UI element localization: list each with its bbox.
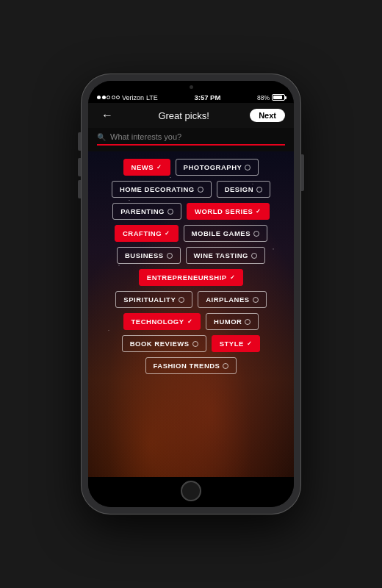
tag-check-icon: ✓ bbox=[247, 340, 253, 347]
tag-item[interactable]: PARENTING bbox=[112, 203, 181, 220]
tag-row: CRAFTING✓MOBILE GAMES bbox=[115, 225, 267, 242]
tag-row: TECHNOLOGY✓HUMOR bbox=[123, 313, 259, 330]
camera-dot bbox=[190, 85, 193, 89]
tag-item[interactable]: BOOK REVIEWS bbox=[122, 335, 206, 352]
status-time: 3:57 PM bbox=[194, 93, 220, 101]
tag-label: CRAFTING bbox=[123, 229, 162, 237]
tag-circle-icon bbox=[198, 187, 203, 193]
search-bar[interactable]: 🔍 What interests you? bbox=[97, 132, 285, 146]
tag-circle-icon bbox=[256, 187, 262, 193]
tag-label: HOME DECORATING bbox=[120, 185, 195, 193]
tag-item[interactable]: PHOTOGRAPHY bbox=[176, 159, 259, 176]
tag-item[interactable]: WORLD SERIES✓ bbox=[187, 203, 270, 220]
tag-label: WINE TASTING bbox=[194, 251, 248, 259]
carrier-label: Verizon bbox=[122, 94, 144, 101]
tag-circle-icon bbox=[253, 231, 259, 237]
tag-row: FASHION TRENDS bbox=[145, 357, 237, 374]
tag-label: BUSINESS bbox=[125, 251, 164, 259]
tag-item[interactable]: HOME DECORATING bbox=[112, 181, 212, 198]
nav-title: Great picks! bbox=[158, 110, 209, 121]
tag-label: SPIRITUALITY bbox=[123, 295, 176, 304]
signal-dot-1 bbox=[97, 96, 101, 99]
tag-item[interactable]: NEWS✓ bbox=[123, 159, 170, 176]
tag-circle-icon bbox=[179, 297, 184, 303]
tag-row: SPIRITUALITYAIRPLANES bbox=[115, 291, 266, 308]
tag-item[interactable]: FASHION TRENDS bbox=[145, 357, 237, 374]
signal-dot-5 bbox=[116, 96, 120, 99]
tag-label: DESIGN bbox=[225, 185, 253, 193]
tag-check-icon: ✓ bbox=[165, 230, 170, 237]
camera-area bbox=[88, 81, 294, 90]
signal-dots bbox=[97, 96, 120, 99]
search-placeholder[interactable]: What interests you? bbox=[110, 132, 285, 141]
tag-row: PARENTINGWORLD SERIES✓ bbox=[112, 203, 270, 220]
next-button[interactable]: Next bbox=[250, 109, 285, 122]
tag-item[interactable]: HUMOR bbox=[206, 313, 259, 330]
tag-item[interactable]: DESIGN bbox=[217, 181, 270, 198]
tag-item[interactable]: ENTREPRENEURSHIP✓ bbox=[139, 269, 243, 286]
nav-bar: ← Great picks! Next bbox=[88, 103, 294, 128]
status-bar: Verizon LTE 3:57 PM 88% bbox=[88, 90, 294, 103]
tag-label: NEWS bbox=[131, 163, 154, 171]
battery-percent: 88% bbox=[257, 94, 270, 101]
tag-item[interactable]: WINE TASTING bbox=[186, 247, 265, 264]
content-area: NEWS✓PHOTOGRAPHYHOME DECORATINGDESIGNPAR… bbox=[88, 151, 294, 477]
tag-label: HUMOR bbox=[214, 318, 242, 326]
tag-item[interactable]: CRAFTING✓ bbox=[115, 225, 179, 242]
home-button[interactable] bbox=[181, 481, 201, 501]
tag-item[interactable]: MOBILE GAMES bbox=[184, 225, 267, 242]
tag-circle-icon bbox=[253, 297, 259, 303]
tag-check-icon: ✓ bbox=[187, 318, 193, 325]
status-left: Verizon LTE bbox=[97, 94, 158, 101]
tag-label: FASHION TRENDS bbox=[154, 362, 220, 370]
search-icon: 🔍 bbox=[97, 133, 106, 141]
tag-circle-icon bbox=[245, 319, 251, 325]
signal-dot-4 bbox=[112, 96, 115, 99]
tag-row: HOME DECORATINGDESIGN bbox=[112, 181, 270, 198]
tag-label: ENTREPRENEURSHIP bbox=[147, 273, 227, 282]
tags-container: NEWS✓PHOTOGRAPHYHOME DECORATINGDESIGNPAR… bbox=[88, 151, 294, 381]
tag-item[interactable]: STYLE✓ bbox=[212, 335, 261, 352]
tag-circle-icon bbox=[167, 253, 173, 259]
tag-check-icon: ✓ bbox=[256, 208, 262, 215]
tag-label: PARENTING bbox=[120, 207, 165, 215]
tag-circle-icon bbox=[245, 165, 251, 171]
back-button[interactable]: ← bbox=[97, 107, 118, 123]
phone-frame: Verizon LTE 3:57 PM 88% ← Great picks! N… bbox=[81, 74, 301, 514]
tag-row: BUSINESSWINE TASTING bbox=[117, 247, 265, 264]
tag-label: MOBILE GAMES bbox=[192, 229, 251, 237]
tag-circle-icon bbox=[251, 253, 257, 259]
tag-label: WORLD SERIES bbox=[195, 207, 253, 215]
tag-row: ENTREPRENEURSHIP✓ bbox=[139, 269, 243, 286]
tag-label: BOOK REVIEWS bbox=[130, 340, 190, 348]
tag-item[interactable]: TECHNOLOGY✓ bbox=[123, 313, 201, 330]
tag-item[interactable]: BUSINESS bbox=[117, 247, 181, 264]
battery-icon bbox=[272, 94, 285, 101]
home-indicator-area bbox=[88, 477, 294, 507]
tag-circle-icon bbox=[192, 341, 198, 347]
tag-row: NEWS✓PHOTOGRAPHY bbox=[123, 159, 259, 176]
tag-row: BOOK REVIEWSSTYLE✓ bbox=[122, 335, 261, 352]
signal-dot-2 bbox=[102, 96, 106, 99]
tag-check-icon: ✓ bbox=[156, 164, 162, 171]
tag-circle-icon bbox=[167, 209, 173, 215]
tag-item[interactable]: SPIRITUALITY bbox=[115, 291, 192, 308]
search-container: 🔍 What interests you? bbox=[88, 128, 294, 151]
tag-circle-icon bbox=[223, 363, 228, 369]
network-label: LTE bbox=[146, 94, 158, 101]
tag-item[interactable]: AIRPLANES bbox=[198, 291, 266, 308]
tag-check-icon: ✓ bbox=[230, 274, 236, 281]
tag-label: STYLE bbox=[220, 340, 244, 348]
tag-label: TECHNOLOGY bbox=[131, 318, 184, 326]
status-right: 88% bbox=[257, 94, 285, 101]
signal-dot-3 bbox=[107, 96, 110, 99]
phone-screen: Verizon LTE 3:57 PM 88% ← Great picks! N… bbox=[88, 81, 294, 507]
tag-label: PHOTOGRAPHY bbox=[184, 163, 242, 171]
tag-label: AIRPLANES bbox=[206, 295, 249, 304]
